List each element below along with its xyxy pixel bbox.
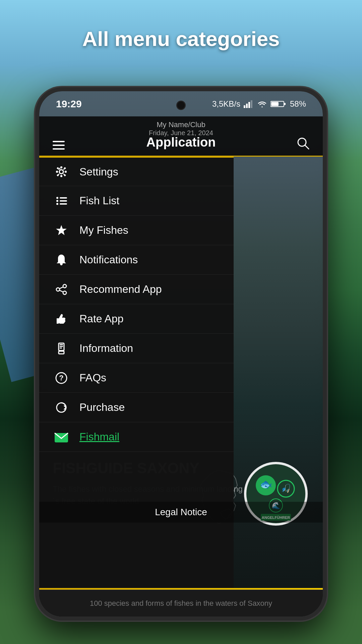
svg-rect-14 <box>65 171 67 173</box>
menu-item-settings[interactable]: Settings <box>39 157 234 186</box>
svg-text:🐟: 🐟 <box>260 478 273 490</box>
svg-point-10 <box>59 170 63 174</box>
battery-percent: 58% <box>290 99 306 109</box>
phone-frame: 19:29 3,5KB/s <box>35 87 327 621</box>
thumbsup-icon <box>53 310 70 328</box>
bottom-subtitle: 100 species and forms of fishes in the w… <box>90 599 272 608</box>
svg-line-29 <box>60 287 63 288</box>
menu-label-fish-list: Fish List <box>79 195 119 207</box>
camera-notch <box>176 101 186 110</box>
svg-rect-32 <box>59 351 64 354</box>
header-user-info: My Name/Club Friday, June 21, 2024 <box>39 116 323 137</box>
svg-point-21 <box>56 200 58 202</box>
page-title: All menu categories <box>0 27 362 51</box>
menu-item-fishmail[interactable]: Fishmail <box>39 422 234 452</box>
header-username: My Name/Club <box>39 120 323 129</box>
svg-rect-2 <box>248 102 250 108</box>
menu-item-purchase[interactable]: Purchase <box>39 393 234 422</box>
gear-icon <box>53 163 70 180</box>
signal-icon <box>244 100 254 108</box>
list-icon <box>53 192 70 210</box>
search-button[interactable] <box>297 137 309 150</box>
menu-item-information[interactable]: Information <box>39 334 234 363</box>
share-icon <box>53 281 70 298</box>
hamburger-line-1 <box>53 141 65 142</box>
menu-item-fish-list[interactable]: Fish List <box>39 186 234 216</box>
star-icon <box>53 222 70 239</box>
svg-rect-33 <box>60 344 63 345</box>
menu-item-faqs[interactable]: ? FAQs <box>39 363 234 393</box>
information-icon <box>53 340 70 357</box>
svg-text:🎣: 🎣 <box>281 483 291 493</box>
menu-item-recommend-app[interactable]: Recommend App <box>39 275 234 304</box>
menu-label-rate-app: Rate App <box>79 313 124 325</box>
bell-icon <box>53 251 70 269</box>
wifi-icon <box>257 100 267 108</box>
svg-rect-0 <box>244 105 245 108</box>
menu-label-notifications: Notifications <box>79 254 138 266</box>
menu-label-faqs: FAQs <box>79 372 106 384</box>
svg-marker-25 <box>56 225 67 235</box>
svg-rect-35 <box>60 347 62 348</box>
app-header: My Name/Club Friday, June 21, 2024 Appli… <box>39 116 323 157</box>
svg-rect-12 <box>60 175 62 177</box>
menu-label-recommend-app: Recommend App <box>79 283 162 296</box>
svg-point-26 <box>63 284 66 288</box>
hamburger-line-3 <box>53 148 65 150</box>
menu-item-my-fishes[interactable]: My Fishes <box>39 216 234 245</box>
menu-label-settings: Settings <box>79 166 118 178</box>
svg-rect-6 <box>271 102 279 106</box>
svg-rect-11 <box>60 166 62 168</box>
svg-rect-3 <box>251 100 252 108</box>
status-time: 19:29 <box>56 98 82 110</box>
network-speed: 3,5KB/s <box>212 99 240 109</box>
purchase-icon <box>53 399 70 416</box>
svg-text:?: ? <box>59 374 63 382</box>
svg-rect-22 <box>60 200 67 202</box>
hamburger-menu-button[interactable] <box>53 141 65 150</box>
svg-rect-20 <box>60 197 67 199</box>
svg-rect-13 <box>56 171 58 173</box>
mail-icon <box>53 428 70 446</box>
faq-icon: ? <box>53 369 70 387</box>
menu-item-notifications[interactable]: Notifications <box>39 245 234 275</box>
menu-label-information: Information <box>79 342 133 355</box>
hamburger-line-2 <box>53 145 65 146</box>
svg-rect-5 <box>284 103 286 105</box>
menu-label-my-fishes: My Fishes <box>79 224 128 236</box>
bottom-bar: 100 species and forms of fishes in the w… <box>39 590 323 616</box>
svg-line-30 <box>60 290 63 292</box>
svg-line-8 <box>305 145 309 149</box>
app-title: Application <box>146 135 216 150</box>
svg-rect-1 <box>246 104 248 108</box>
menu-item-rate-app[interactable]: Rate App <box>39 304 234 334</box>
legal-notice-bar[interactable]: Legal Notice <box>39 502 323 523</box>
svg-point-19 <box>56 197 58 199</box>
svg-point-28 <box>63 291 66 294</box>
svg-rect-34 <box>60 346 63 347</box>
svg-point-23 <box>56 203 58 205</box>
menu-label-purchase: Purchase <box>79 401 125 414</box>
legal-notice-text: Legal Notice <box>155 507 207 517</box>
drawer-menu: Settings Fish List <box>39 157 234 616</box>
status-icons: 3,5KB/s <box>212 99 306 109</box>
battery-icon <box>270 100 287 108</box>
svg-rect-24 <box>60 203 67 205</box>
menu-label-fishmail: Fishmail <box>79 431 119 443</box>
svg-point-27 <box>56 288 60 291</box>
phone-screen: 19:29 3,5KB/s <box>39 91 323 616</box>
